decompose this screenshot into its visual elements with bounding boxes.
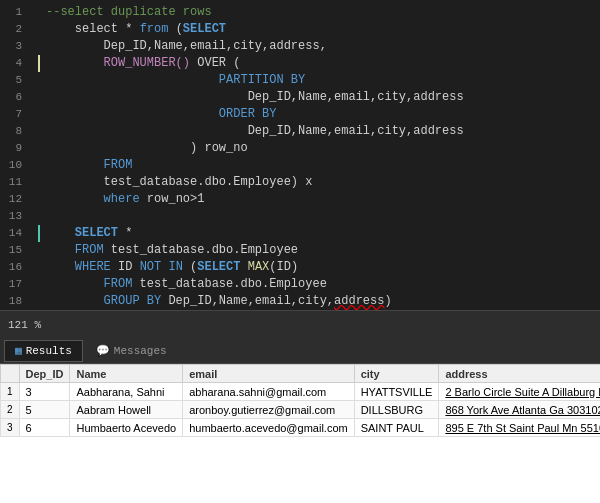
code-line: ORDER BY [28,106,600,123]
tab-messages[interactable]: 💬 Messages [85,340,178,362]
table-cell: 895 E 7th St Saint Paul Mn 551063852 [439,419,600,437]
code-line [28,208,600,225]
editor-wrapper: 1 2 3 4 5 6 7 8 9 10 11 12 13 14 15 16 1… [0,0,600,503]
code-line: Dep_ID,Name,email,city,address, [28,38,600,55]
results-table-1: Dep_ID Name email city address row_no 13… [0,364,600,437]
table-row: 25Aabram Howellaronboy.gutierrez@gmail.c… [1,401,601,419]
col-header-depid: Dep_ID [19,365,70,383]
code-line: FROM test_database.dbo.Employee [28,242,600,259]
tab-results-label: Results [26,345,72,357]
code-line: Dep_ID,Name,email,city,address [28,123,600,140]
table-cell: abharana.sahni@gmail.com [183,383,355,401]
table-cell: Aabharana, Sahni [70,383,183,401]
code-line: FROM test_database.dbo.Employee [28,276,600,293]
table-cell: DILLSBURG [354,401,439,419]
code-line: test_database.dbo.Employee) x [28,174,600,191]
code-line: ROW_NUMBER() OVER ( [28,55,600,72]
code-line: SELECT * [28,225,600,242]
tab-messages-label: Messages [114,345,167,357]
col-header-rownum [1,365,20,383]
table-cell: 6 [19,419,70,437]
table-row: 36Humbaerto Acevedohumbaerto.acevedo@gma… [1,419,601,437]
table-cell: 3 [19,383,70,401]
code-line: Dep_ID,Name,email,city,address [28,89,600,106]
code-line: FROM [28,157,600,174]
code-line: GROUP BY Dep_ID,Name,email,city,address) [28,293,600,310]
zoom-level: 121 % [8,319,41,331]
col-header-address: address [439,365,600,383]
col-header-city: city [354,365,439,383]
messages-icon: 💬 [96,344,110,357]
table-row: 13Aabharana, Sahniabharana.sahni@gmail.c… [1,383,601,401]
code-line: ) row_no [28,140,600,157]
row-number: 1 [1,383,20,401]
tabs-bar: ▦ Results 💬 Messages [0,338,600,364]
table-cell: Humbaerto Acevedo [70,419,183,437]
code-lines: --select duplicate rows select * from (S… [28,0,600,310]
line-numbers: 1 2 3 4 5 6 7 8 9 10 11 12 13 14 15 16 1… [0,0,28,310]
row-number: 2 [1,401,20,419]
col-header-name: Name [70,365,183,383]
table-cell: HYATTSVILLE [354,383,439,401]
toolbar: 121 % [0,310,600,338]
code-line: WHERE ID NOT IN (SELECT MAX(ID) [28,259,600,276]
code-line: where row_no>1 [28,191,600,208]
table-cell: Aabram Howell [70,401,183,419]
table-cell: aronboy.gutierrez@gmail.com [183,401,355,419]
col-header-email: email [183,365,355,383]
row-number: 3 [1,419,20,437]
table-cell: SAINT PAUL [354,419,439,437]
results-grid-icon: ▦ [15,344,22,357]
table-cell: 5 [19,401,70,419]
code-editor[interactable]: 1 2 3 4 5 6 7 8 9 10 11 12 13 14 15 16 1… [0,0,600,310]
tab-results[interactable]: ▦ Results [4,340,83,362]
code-line: PARTITION BY [28,72,600,89]
table-cell: 868 York Ave Atlanta Ga 303102750 [439,401,600,419]
table-cell: humbaerto.acevedo@gmail.com [183,419,355,437]
gutter-yellow [32,55,46,72]
code-line: --select duplicate rows [28,4,600,21]
table-cell: 2 Barlo Circle Suite A Dillaburg Pa 1701… [439,383,600,401]
results-section: Dep_ID Name email city address row_no 13… [0,364,600,503]
gutter-green [32,225,46,242]
code-line: select * from (SELECT [28,21,600,38]
